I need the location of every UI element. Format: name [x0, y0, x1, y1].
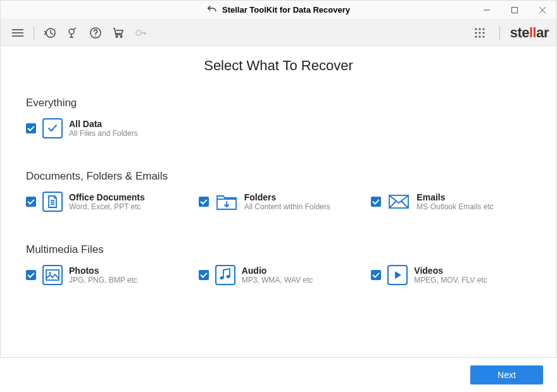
svg-point-10 — [95, 35, 96, 37]
photo-icon — [42, 265, 63, 285]
page-title: Select What To Recover — [26, 58, 531, 74]
undo-icon — [207, 4, 217, 15]
option-title: Photos — [69, 266, 137, 276]
separator-icon — [34, 27, 34, 39]
option-title: Emails — [416, 192, 493, 202]
svg-point-11 — [116, 35, 118, 37]
option-videos[interactable]: Videos MPEG, MOV, FLV etc — [371, 265, 531, 285]
brand-logo: stellar — [510, 25, 549, 41]
svg-point-8 — [69, 29, 74, 34]
separator-icon — [499, 27, 500, 39]
help-icon[interactable] — [86, 23, 105, 42]
svg-point-29 — [220, 276, 223, 279]
alldata-icon — [42, 118, 63, 138]
svg-point-20 — [475, 35, 477, 37]
option-photos[interactable]: Photos JPG, PNG, BMP etc — [26, 265, 186, 285]
svg-point-13 — [136, 30, 141, 35]
option-subtitle: All Content within Folders — [244, 202, 330, 211]
checkbox-office[interactable] — [26, 197, 36, 207]
option-title: Office Documents — [69, 192, 145, 202]
svg-rect-1 — [512, 7, 518, 13]
document-icon — [42, 192, 63, 212]
svg-point-30 — [226, 275, 230, 278]
option-title: Audio — [242, 266, 313, 276]
bottombar: Next — [0, 357, 557, 392]
folder-icon — [215, 192, 238, 212]
cart-icon[interactable] — [109, 23, 128, 42]
lab-icon[interactable] — [63, 23, 82, 42]
email-icon — [387, 192, 410, 212]
svg-point-12 — [120, 35, 122, 37]
svg-point-18 — [479, 32, 480, 34]
checkbox-audio[interactable] — [199, 270, 209, 280]
option-subtitle: Word, Excel, PPT etc — [69, 202, 145, 211]
svg-point-15 — [479, 28, 480, 30]
option-subtitle: MPEG, MOV, FLV etc — [414, 276, 487, 285]
svg-point-22 — [482, 35, 484, 37]
titlebar: Stellar ToolKit for Data Recovery — [1, 1, 556, 20]
checkbox-photos[interactable] — [26, 270, 36, 280]
close-button[interactable] — [529, 1, 556, 20]
svg-point-16 — [482, 28, 484, 30]
content-area: Select What To Recover Everything All Da… — [1, 46, 556, 323]
video-icon — [387, 265, 408, 285]
checkbox-folders[interactable] — [199, 197, 209, 207]
next-button[interactable]: Next — [470, 365, 543, 384]
checkbox-all-data[interactable] — [26, 123, 36, 133]
option-audio[interactable]: Audio MP3, WMA, WAV etc — [199, 265, 359, 285]
title-center: Stellar ToolKit for Data Recovery — [207, 4, 350, 15]
svg-point-19 — [482, 32, 484, 34]
svg-point-21 — [479, 35, 480, 37]
option-subtitle: MS Outlook Emails etc — [416, 202, 493, 211]
app-title: Stellar ToolKit for Data Recovery — [222, 5, 350, 15]
checkbox-videos[interactable] — [371, 270, 381, 280]
svg-point-17 — [475, 32, 477, 34]
checkbox-emails[interactable] — [371, 197, 381, 207]
menu-icon[interactable] — [8, 23, 27, 42]
option-all-data[interactable]: All Data All Files and Folders — [26, 118, 138, 138]
option-subtitle: JPG, PNG, BMP etc — [69, 276, 137, 285]
section-everything-title: Everything — [26, 97, 531, 109]
maximize-button[interactable] — [501, 1, 529, 20]
option-subtitle: All Files and Folders — [69, 129, 138, 138]
key-icon[interactable] — [132, 23, 151, 42]
option-title: All Data — [69, 119, 138, 129]
option-title: Videos — [414, 266, 487, 276]
option-title: Folders — [244, 192, 330, 202]
option-emails[interactable]: Emails MS Outlook Emails etc — [371, 192, 531, 212]
section-media-title: Multimedia Files — [26, 243, 531, 256]
toolbar: stellar — [1, 20, 556, 46]
option-subtitle: MP3, WMA, WAV etc — [242, 276, 313, 285]
section-docs-title: Documents, Folders & Emails — [26, 170, 531, 183]
history-icon[interactable] — [41, 23, 59, 42]
option-folders[interactable]: Folders All Content within Folders — [199, 192, 359, 212]
svg-rect-27 — [46, 270, 59, 280]
svg-point-28 — [49, 272, 51, 274]
minimize-button[interactable] — [473, 1, 501, 20]
svg-point-14 — [475, 28, 477, 30]
apps-icon[interactable] — [470, 23, 489, 42]
audio-icon — [215, 265, 235, 285]
window-controls — [473, 1, 556, 20]
option-office-documents[interactable]: Office Documents Word, Excel, PPT etc — [26, 192, 186, 212]
